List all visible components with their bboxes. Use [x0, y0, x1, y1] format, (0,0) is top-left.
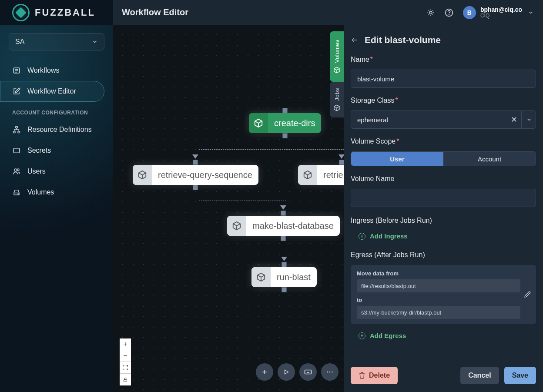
edit-volume-panel: Edit blast-volume Name* Storage Class* ✕… [344, 25, 543, 392]
page-title: Workflow Editor [113, 7, 426, 17]
sidebar-item-label: Workflow Editor [27, 87, 76, 95]
egress-to-value[interactable] [357, 306, 520, 319]
sidebar-item-workflows[interactable]: Workflows [0, 60, 104, 81]
tab-label: Volumes [334, 40, 340, 63]
node-retrieve-partial[interactable]: retrie [298, 165, 344, 185]
egress-section-label: Egress (After Jobs Run) [351, 251, 536, 259]
avatar: B [463, 6, 476, 19]
canvas-grid [113, 25, 344, 392]
drive-icon [13, 188, 20, 196]
save-button[interactable]: Save [504, 367, 536, 384]
chevron-down-icon[interactable] [521, 111, 536, 129]
workflow-canvas[interactable]: Volumes Jobs create-dirs [113, 25, 344, 392]
node-label: make-blast-database [246, 221, 340, 231]
sidebar: SA Workflows Workflow Editor ACCOUNT CON… [0, 25, 113, 392]
run-button[interactable] [278, 363, 295, 381]
egress-from-value[interactable] [357, 279, 520, 292]
cancel-button[interactable]: Cancel [460, 367, 499, 384]
fit-view-button[interactable] [120, 362, 131, 374]
lock-button[interactable] [120, 374, 131, 385]
name-label: Name* [351, 56, 536, 64]
svg-marker-17 [285, 370, 288, 374]
volume-scope-label: Volume Scope* [351, 137, 536, 145]
cube-icon [133, 165, 152, 185]
node-run-blast[interactable]: run-blast [251, 267, 317, 287]
scope-account-button[interactable]: Account [443, 152, 536, 166]
node-label: create-dirs [268, 118, 321, 128]
add-ingress-label: Add Ingress [370, 232, 408, 240]
delete-button[interactable]: Delete [351, 367, 398, 384]
svg-point-0 [429, 11, 432, 14]
tab-label: Jobs [334, 88, 340, 101]
svg-point-19 [327, 372, 328, 372]
volume-scope-toggle: User Account [351, 151, 536, 166]
cube-icon [227, 216, 246, 236]
sidebar-item-label: Resource Definitions [27, 126, 92, 134]
ingress-section-label: Ingress (Before Jobs Run) [351, 217, 536, 224]
user-menu[interactable]: B bphan@ciq.co CIQ [463, 6, 535, 19]
clear-icon[interactable]: ✕ [506, 111, 521, 129]
node-make-blast-database[interactable]: make-blast-database [227, 216, 340, 236]
sidebar-section-label: ACCOUNT CONFIGURATION [0, 102, 113, 119]
name-input[interactable] [351, 70, 536, 88]
tab-jobs[interactable]: Jobs [330, 82, 344, 117]
svg-rect-14 [124, 379, 127, 382]
logo-section: FUZZBALL [0, 4, 113, 21]
zoom-out-button[interactable]: − [120, 350, 131, 362]
help-icon[interactable] [445, 8, 453, 17]
sidebar-item-users[interactable]: Users [0, 161, 104, 182]
svg-point-11 [14, 169, 17, 171]
zoom-in-button[interactable]: + [120, 338, 131, 350]
sidebar-item-volumes[interactable]: Volumes [0, 182, 104, 203]
svg-rect-7 [16, 127, 18, 128]
volume-name-label: Volume Name [351, 175, 536, 183]
hierarchy-icon [13, 126, 20, 134]
zoom-controls: + − [120, 338, 131, 385]
svg-point-12 [17, 169, 20, 171]
edit-icon [13, 87, 20, 95]
scope-user-button[interactable]: User [351, 152, 443, 166]
theme-toggle-icon[interactable] [426, 8, 435, 17]
sidebar-item-label: Volumes [27, 188, 54, 196]
cube-icon [251, 267, 271, 287]
svg-point-2 [449, 14, 449, 14]
add-button[interactable] [256, 363, 273, 381]
key-icon [13, 147, 20, 154]
more-button[interactable] [321, 363, 339, 381]
node-create-dirs[interactable]: create-dirs [249, 113, 321, 133]
node-label: retrieve-query-sequence [152, 170, 258, 180]
egress-from-label: Move data from [357, 270, 530, 277]
org-selector[interactable]: SA [9, 33, 104, 50]
keyboard-button[interactable] [299, 363, 317, 381]
edit-egress-icon[interactable] [520, 288, 534, 302]
cube-icon [333, 67, 340, 74]
sidebar-item-label: Secrets [27, 147, 51, 154]
list-icon [13, 67, 20, 74]
sidebar-item-workflow-editor[interactable]: Workflow Editor [0, 81, 104, 102]
brand-name: FUZZBALL [35, 7, 95, 18]
storage-class-select[interactable]: ✕ [351, 111, 536, 129]
tab-volumes[interactable]: Volumes [330, 31, 344, 82]
sidebar-item-resource-definitions[interactable]: Resource Definitions [0, 119, 104, 140]
sidebar-item-label: Users [27, 168, 46, 175]
panel-footer: Delete Cancel Save [351, 362, 536, 384]
egress-rule-card: Move data from to [351, 265, 536, 324]
delete-label: Delete [369, 372, 390, 379]
egress-to-label: to [357, 297, 530, 303]
back-arrow-icon[interactable] [351, 36, 359, 44]
sidebar-item-secrets[interactable]: Secrets [0, 140, 104, 161]
trash-icon [359, 372, 365, 379]
add-ingress-button[interactable]: + Add Ingress [351, 231, 536, 241]
plus-circle-icon: + [359, 332, 365, 339]
svg-point-13 [18, 194, 19, 194]
add-egress-button[interactable]: + Add Egress [351, 330, 536, 341]
node-label: retrie [317, 170, 344, 180]
plus-circle-icon: + [359, 233, 365, 240]
cube-icon [249, 113, 268, 133]
volume-name-input[interactable] [351, 189, 536, 207]
node-label: run-blast [271, 272, 317, 282]
svg-point-20 [329, 372, 330, 372]
logo-icon [12, 4, 30, 21]
top-bar: FUZZBALL Workflow Editor B bphan@ciq.co … [0, 0, 543, 25]
node-retrieve-query-sequence[interactable]: retrieve-query-sequence [133, 165, 258, 185]
